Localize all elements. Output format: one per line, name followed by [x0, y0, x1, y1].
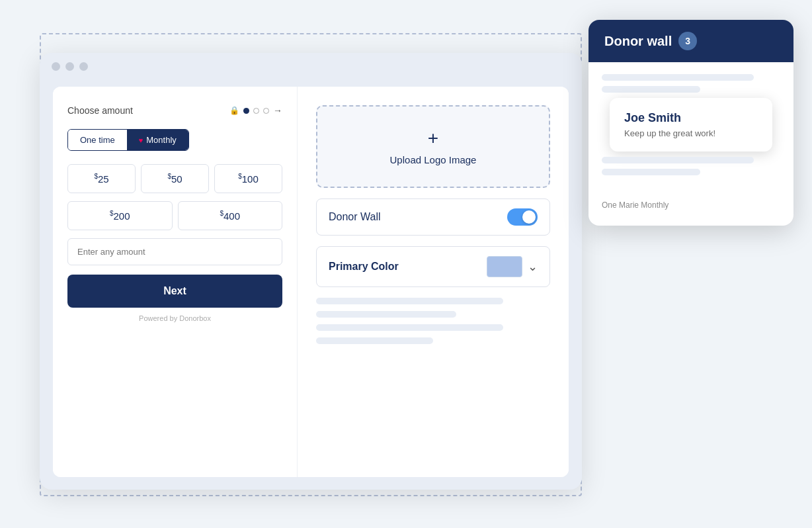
- amount-btn-100[interactable]: $100: [214, 164, 282, 193]
- upload-logo-area[interactable]: + Upload Logo Image: [316, 105, 550, 188]
- custom-amount-input[interactable]: [67, 238, 282, 265]
- amount-btn-50[interactable]: $50: [141, 164, 209, 193]
- donor-wall-card-body: Joe Smith Keep up the great work!: [589, 62, 793, 193]
- one-time-button[interactable]: One time: [68, 130, 127, 150]
- joe-smith-name: Joe Smith: [624, 111, 758, 125]
- powered-by-label: Powered by Donorbox: [67, 314, 282, 322]
- donor-wall-toggle[interactable]: [507, 208, 538, 226]
- amount-grid-top: $25 $50 $100: [67, 164, 282, 193]
- donor-placeholder-3: [602, 157, 754, 163]
- amount-btn-400[interactable]: $400: [178, 201, 283, 230]
- joe-smith-message: Keep up the great work!: [624, 128, 758, 138]
- joe-smith-card: Joe Smith Keep up the great work!: [610, 98, 772, 152]
- placeholder-line-4: [316, 337, 433, 344]
- upload-logo-label: Upload Logo Image: [339, 154, 528, 165]
- upload-plus-icon: +: [339, 128, 528, 149]
- right-panel: + Upload Logo Image Donor Wall Primary C…: [298, 87, 569, 477]
- placeholder-line-2: [316, 311, 456, 318]
- left-panel: Choose amount 🔒 → One time ♥ Monthly: [53, 87, 298, 477]
- donor-placeholder-4: [602, 169, 700, 175]
- color-swatch-wrapper: ⌄: [487, 256, 538, 277]
- heart-icon: ♥: [139, 136, 143, 144]
- donor-wall-row: Donor Wall: [316, 198, 550, 236]
- donor-count-badge: 3: [678, 32, 697, 50]
- donor-placeholder-1: [602, 74, 754, 81]
- placeholder-line-1: [316, 298, 503, 304]
- donor-placeholder-2: [602, 86, 700, 93]
- frequency-toggle-group: One time ♥ Monthly: [67, 129, 189, 151]
- monthly-button[interactable]: ♥ Monthly: [127, 130, 188, 150]
- donor-wall-card: Donor wall 3 Joe Smith Keep up the great…: [589, 20, 793, 226]
- lock-icon: 🔒: [229, 106, 239, 115]
- step-dot-empty-2: [263, 108, 269, 114]
- browser-titlebar: [40, 53, 582, 80]
- amount-grid-bottom: $200 $400: [67, 201, 282, 230]
- browser-content: Choose amount 🔒 → One time ♥ Monthly: [53, 87, 569, 477]
- header-controls: 🔒 →: [229, 105, 282, 116]
- choose-amount-label: Choose amount: [67, 105, 133, 116]
- donor-wall-footer: One Marie Monthly: [589, 193, 793, 226]
- placeholder-line-3: [316, 324, 503, 331]
- donor-wall-card-header: Donor wall 3: [589, 20, 793, 62]
- donor-wall-card-title: Donor wall: [604, 34, 672, 49]
- step-dot-empty-1: [253, 108, 259, 114]
- primary-color-label: Primary Color: [329, 261, 476, 273]
- donor-wall-setting-label: Donor Wall: [329, 211, 381, 223]
- amount-btn-200[interactable]: $200: [67, 201, 173, 230]
- window-dot-yellow: [65, 62, 74, 71]
- window-dot-green: [79, 62, 88, 71]
- placeholder-lines: [316, 298, 550, 344]
- next-button[interactable]: Next: [67, 275, 282, 308]
- monthly-donor-label: One Marie Monthly: [602, 200, 780, 210]
- choose-amount-header: Choose amount 🔒 →: [67, 105, 282, 116]
- window-dot-red: [52, 62, 60, 71]
- primary-color-row: Primary Color ⌄: [316, 246, 550, 287]
- color-swatch[interactable]: [487, 256, 522, 277]
- next-step-arrow-icon: →: [273, 105, 282, 116]
- browser-window: Choose amount 🔒 → One time ♥ Monthly: [40, 53, 582, 490]
- step-dot-filled: [243, 108, 249, 114]
- amount-btn-25[interactable]: $25: [67, 164, 136, 193]
- chevron-down-icon[interactable]: ⌄: [528, 259, 538, 274]
